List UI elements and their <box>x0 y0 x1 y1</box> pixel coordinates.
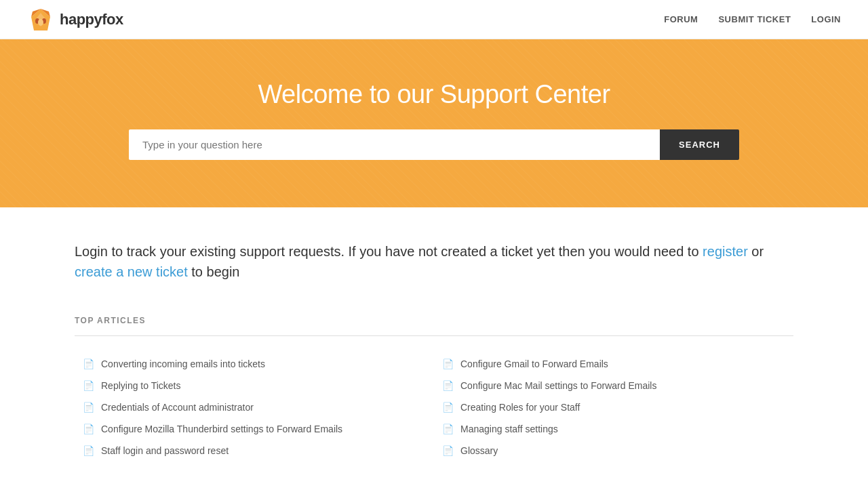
article-item[interactable]: 📄Managing staff settings <box>434 418 793 440</box>
forum-link[interactable]: FORUM <box>664 14 698 24</box>
doc-icon: 📄 <box>442 359 454 369</box>
doc-icon: 📄 <box>442 424 454 434</box>
article-title: Configure Mozilla Thunderbird settings t… <box>101 424 342 434</box>
main-nav: FORUM SUBMIT TICKET LOGIN <box>664 14 841 24</box>
main-content: Login to track your existing support req… <box>27 207 841 492</box>
hero-section: Welcome to our Support Center SEARCH <box>0 39 868 207</box>
article-title: Credentials of Account administrator <box>101 402 254 413</box>
article-title: Managing staff settings <box>460 424 558 434</box>
top-articles-section: TOP ARTICLES 📄Converting incoming emails… <box>75 316 793 462</box>
articles-left-col: 📄Converting incoming emails into tickets… <box>75 353 434 462</box>
logo-text: happyfox <box>60 11 123 28</box>
article-title: Staff login and password reset <box>101 445 229 456</box>
doc-icon: 📄 <box>442 446 454 455</box>
doc-icon: 📄 <box>83 381 94 390</box>
happyfox-logo-icon <box>27 6 54 33</box>
article-title: Replying to Tickets <box>101 380 181 391</box>
article-item[interactable]: 📄Replying to Tickets <box>75 375 434 396</box>
doc-icon: 📄 <box>442 403 454 412</box>
search-input[interactable] <box>129 129 660 160</box>
doc-icon: 📄 <box>83 446 94 455</box>
article-item[interactable]: 📄Credentials of Account administrator <box>75 396 434 418</box>
article-item[interactable]: 📄Creating Roles for your Staff <box>434 396 793 418</box>
article-item[interactable]: 📄Glossary <box>434 440 793 462</box>
doc-icon: 📄 <box>442 381 454 390</box>
header: happyfox FORUM SUBMIT TICKET LOGIN <box>0 0 868 39</box>
article-title: Configure Gmail to Forward Emails <box>460 358 608 369</box>
logo-area: happyfox <box>27 6 123 33</box>
register-link[interactable]: register <box>703 244 748 259</box>
intro-part1: Login to track your existing support req… <box>75 244 703 259</box>
article-item[interactable]: 📄Configure Gmail to Forward Emails <box>434 353 793 375</box>
intro-text: Login to track your existing support req… <box>75 241 793 282</box>
article-title: Creating Roles for your Staff <box>460 402 580 413</box>
articles-grid: 📄Converting incoming emails into tickets… <box>75 353 793 462</box>
articles-right-col: 📄Configure Gmail to Forward Emails📄Confi… <box>434 353 793 462</box>
article-title: Glossary <box>460 445 498 456</box>
article-title: Configure Mac Mail settings to Forward E… <box>460 380 656 391</box>
article-item[interactable]: 📄Staff login and password reset <box>75 440 434 462</box>
submit-ticket-link[interactable]: SUBMIT TICKET <box>718 14 791 24</box>
doc-icon: 📄 <box>83 359 94 369</box>
article-item[interactable]: 📄Configure Mac Mail settings to Forward … <box>434 375 793 396</box>
section-divider <box>75 335 793 336</box>
login-link[interactable]: LOGIN <box>811 14 841 24</box>
intro-or: or <box>748 244 764 259</box>
intro-part2: to begin <box>188 264 240 279</box>
top-articles-label: TOP ARTICLES <box>75 316 793 325</box>
hero-title: Welcome to our Support Center <box>27 80 841 109</box>
svg-point-6 <box>38 19 43 26</box>
article-item[interactable]: 📄Configure Mozilla Thunderbird settings … <box>75 418 434 440</box>
search-button[interactable]: SEARCH <box>660 129 739 160</box>
create-ticket-link[interactable]: create a new ticket <box>75 264 188 279</box>
search-bar: SEARCH <box>129 129 739 160</box>
doc-icon: 📄 <box>83 403 94 412</box>
doc-icon: 📄 <box>83 424 94 434</box>
article-title: Converting incoming emails into tickets <box>101 358 265 369</box>
article-item[interactable]: 📄Converting incoming emails into tickets <box>75 353 434 375</box>
